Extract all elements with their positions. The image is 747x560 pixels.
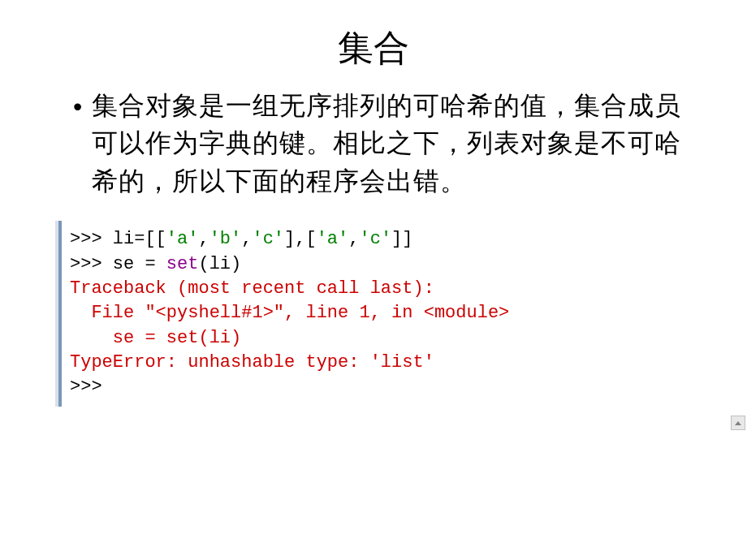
code-prompt: >>> xyxy=(70,254,113,274)
code-string: 'a' xyxy=(166,229,199,249)
scrollbar-up-icon[interactable] xyxy=(731,416,745,430)
code-text: ]] xyxy=(391,229,412,249)
bullet-item: • 集合对象是一组无序排列的可哈希的值，集合成员可以作为字典的键。相比之下，列表… xyxy=(49,87,698,200)
code-traceback: se = set(li) xyxy=(70,328,241,348)
bullet-marker: • xyxy=(73,88,82,125)
code-string: 'b' xyxy=(209,229,242,249)
code-text: (li) xyxy=(198,254,241,274)
code-error: TypeError: unhashable type: 'list' xyxy=(70,352,434,373)
code-traceback: File xyxy=(70,303,145,323)
code-text: , xyxy=(348,229,359,249)
code-traceback: , line 1, in <module> xyxy=(284,303,509,323)
code-block: >>> li=[['a','b','c'],['a','c']] >>> se … xyxy=(58,221,698,407)
code-text: li=[[ xyxy=(113,229,166,249)
code-text: , xyxy=(198,229,209,249)
slide-container: 集合 • 集合对象是一组无序排列的可哈希的值，集合成员可以作为字典的键。相比之下… xyxy=(0,0,747,423)
bullet-text: 集合对象是一组无序排列的可哈希的值，集合成员可以作为字典的键。相比之下，列表对象… xyxy=(92,87,698,200)
code-string: 'a' xyxy=(317,229,349,249)
code-traceback: "<pyshell#1>" xyxy=(145,303,284,323)
code-string: 'c' xyxy=(359,229,391,249)
code-traceback: Traceback (most recent call last): xyxy=(70,278,434,299)
code-prompt: >>> xyxy=(70,377,102,397)
code-builtin: set xyxy=(166,254,199,274)
code-text: se = xyxy=(113,254,166,274)
code-prompt: >>> xyxy=(70,229,113,249)
code-text: , xyxy=(241,229,252,249)
code-string: 'c' xyxy=(252,229,284,249)
code-text: ],[ xyxy=(284,229,317,249)
page-title: 集合 xyxy=(49,24,698,72)
